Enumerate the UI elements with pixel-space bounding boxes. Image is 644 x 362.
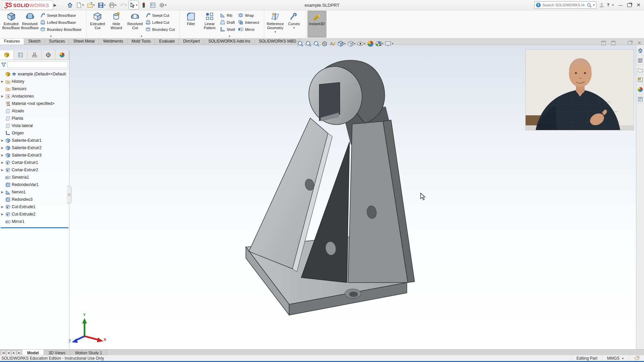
minimize-button[interactable]: — — [618, 3, 623, 8]
taskpane-file-explorer[interactable] — [637, 66, 644, 75]
tree-item-saliente-extruir2[interactable]: ▶Saliente-Extruir2 — [0, 144, 69, 152]
tree-item-redondeo3[interactable]: Redondeo3 — [0, 196, 69, 203]
ribbon-button-boundary-cut[interactable]: Boundary Cut — [145, 26, 177, 33]
tab-features[interactable]: Features — [0, 38, 24, 45]
tree-item-planta[interactable]: Planta — [0, 115, 69, 122]
panel-splitter-handle[interactable] — [67, 186, 71, 203]
logo-flyout-caret[interactable]: ▶ — [54, 3, 56, 7]
apply-scene-button[interactable]: ▾ — [375, 40, 384, 47]
manager-tab-configuration-manager[interactable] — [28, 50, 41, 60]
ribbon-button-shell[interactable]: Shell — [219, 26, 237, 33]
help-search-box[interactable]: ? ▾ — [534, 1, 596, 9]
expand-arrow-icon[interactable]: ▶ — [1, 168, 4, 172]
search-icon[interactable] — [587, 3, 592, 8]
instant3d-button[interactable]: Instant3D — [308, 11, 326, 38]
ribbon-button-rib[interactable]: Rib — [219, 12, 237, 19]
save-button[interactable]: ▾ — [97, 1, 107, 9]
help-menu[interactable]: ? — [607, 3, 609, 7]
tree-item-simetr-a1[interactable]: Simetría1 — [0, 174, 69, 181]
ribbon-button-revolved-cut[interactable]: Revolved Cut — [126, 11, 144, 30]
view-orientation-button[interactable]: ▾ — [337, 40, 346, 47]
ribbon-button-extruded-cut[interactable]: Extruded Cut — [89, 11, 107, 30]
tree-item-cortar-extruir2[interactable]: ▶Cortar-Extruir2 — [0, 166, 69, 174]
new-document-button[interactable]: ▾ — [75, 1, 85, 9]
ribbon-button-draft[interactable]: Draft — [219, 19, 237, 26]
select-button[interactable]: ▾ — [128, 1, 139, 9]
tree-item-sensors[interactable]: Sensors — [0, 85, 69, 93]
hide-show-items-button[interactable]: ▾ — [357, 40, 366, 47]
search-input[interactable] — [542, 3, 585, 7]
tree-item-cortar-extruir1[interactable]: ▶Cortar-Extruir1 — [0, 159, 69, 166]
ribbon-button-intersect[interactable]: Intersect — [237, 19, 261, 26]
ribbon-button-lofted-cut[interactable]: Lofted Cut — [145, 19, 177, 26]
section-view-button[interactable] — [321, 40, 328, 47]
dropdown-caret[interactable]: ▾ — [354, 42, 356, 45]
ribbon-button-boundary-boss-base[interactable]: Boundary Boss/Base — [40, 26, 84, 33]
home-button[interactable] — [66, 1, 74, 9]
ribbon-button-curves[interactable]: Curves▾ — [285, 11, 303, 30]
ribbon-button-swept-boss-base[interactable]: Swept Boss/Base — [40, 12, 84, 19]
tree-item-material-not-specified[interactable]: Material <not specified> — [0, 100, 69, 107]
expand-arrow-icon[interactable]: ▶ — [1, 146, 4, 149]
tree-item-saliente-extruir3[interactable]: ▶Saliente-Extruir3 — [0, 152, 69, 159]
previous-view-button[interactable] — [313, 40, 320, 47]
dropdown-caret[interactable]: ▾ — [382, 42, 384, 45]
search-scope-caret[interactable]: ▾ — [593, 3, 595, 7]
tab-dimxpert[interactable]: DimXpert — [179, 38, 204, 45]
taskpane-design-library[interactable] — [637, 56, 644, 65]
print-button[interactable]: ▾ — [108, 1, 118, 9]
tab-sheet-metal[interactable]: Sheet Metal — [69, 38, 99, 45]
group-dropdown-caret[interactable]: ▾ — [141, 35, 143, 38]
tree-root-item[interactable]: example (Default<<Default: — [0, 70, 69, 78]
tag-button[interactable] — [629, 355, 644, 361]
restore-button[interactable] — [627, 3, 632, 7]
tree-item-vista-lateral[interactable]: Vista lateral — [0, 122, 69, 129]
expand-arrow-icon[interactable]: ▶ — [1, 205, 4, 208]
restore-document-icon[interactable] — [611, 41, 615, 45]
tree-item-redondeovar1[interactable]: RedondeoVar1 — [0, 181, 69, 188]
rebuild-button[interactable] — [140, 1, 148, 9]
display-style-button[interactable]: ▾ — [347, 40, 357, 47]
ribbon-button-fillet[interactable]: Fillet — [182, 11, 200, 26]
dropdown-caret[interactable]: ▾ — [104, 3, 106, 7]
expand-arrow-icon[interactable]: ▶ — [1, 213, 4, 216]
undock-viewport-icon[interactable] — [628, 41, 632, 45]
tab-weldments[interactable]: Weldments — [99, 38, 127, 45]
expand-arrow-icon[interactable]: ▶ — [1, 161, 4, 164]
user-account-icon[interactable] — [599, 2, 604, 8]
tab-evaluate[interactable]: Evaluate — [155, 38, 179, 45]
solidworks-logo[interactable]: ƷS SOLIDWORKS — [2, 0, 53, 10]
rollback-bar[interactable] — [1, 227, 68, 228]
expand-arrow-icon[interactable]: ▶ — [1, 139, 4, 142]
dropdown-caret[interactable]: ▾ — [364, 42, 366, 45]
group-dropdown-caret[interactable]: ▾ — [50, 35, 52, 38]
tree-item-history[interactable]: ▶History — [0, 78, 69, 85]
dropdown-caret[interactable]: ▾ — [93, 3, 95, 7]
edit-appearance-button[interactable] — [367, 40, 374, 47]
ribbon-button-revolved-boss-base[interactable]: Revolved Boss/Base — [21, 11, 39, 30]
tree-item-mirror1[interactable]: Mirror1 — [0, 218, 69, 225]
group-dropdown-caret[interactable]: ▾ — [229, 35, 230, 38]
taskpane-solidworks-resources[interactable] — [637, 46, 644, 55]
taskpane-appearances-scenes[interactable] — [637, 85, 644, 94]
ribbon-button-hole-wizard[interactable]: Hole Wizard — [107, 11, 125, 30]
taskpane-custom-properties[interactable] — [637, 95, 644, 104]
dropdown-caret[interactable]: ▾ — [392, 42, 393, 45]
ribbon-button-lofted-boss-base[interactable]: Lofted Boss/Base — [40, 19, 84, 26]
tree-item-nervio1[interactable]: ▶Nervio1 — [0, 188, 69, 196]
zoom-to-fit-button[interactable] — [297, 40, 304, 47]
tab-surfaces[interactable]: Surfaces — [45, 38, 69, 45]
dropdown-caret[interactable]: ▾ — [165, 3, 167, 7]
expand-arrow-icon[interactable]: ▶ — [1, 154, 4, 157]
tree-item-saliente-extruir1[interactable]: ▶Saliente-Extruir1 — [0, 137, 69, 144]
taskpane-view-palette[interactable] — [637, 75, 644, 84]
annotation-views-button[interactable]: A — [329, 40, 336, 47]
tree-item-anotaciones[interactable]: ▶AAnotaciones — [0, 93, 69, 100]
undo-button[interactable]: ↶▾ — [118, 1, 128, 9]
ribbon-button-wrap[interactable]: Wrap — [237, 12, 261, 19]
ribbon-button-linear-pattern[interactable]: Linear Pattern — [201, 11, 219, 30]
close-button[interactable]: ✕ — [636, 2, 641, 8]
expand-arrow-icon[interactable]: ▶ — [1, 80, 4, 83]
dropdown-caret[interactable]: ▾ — [344, 42, 346, 45]
tab-solidworks-add-ins[interactable]: SOLIDWORKS Add-Ins — [204, 38, 255, 45]
